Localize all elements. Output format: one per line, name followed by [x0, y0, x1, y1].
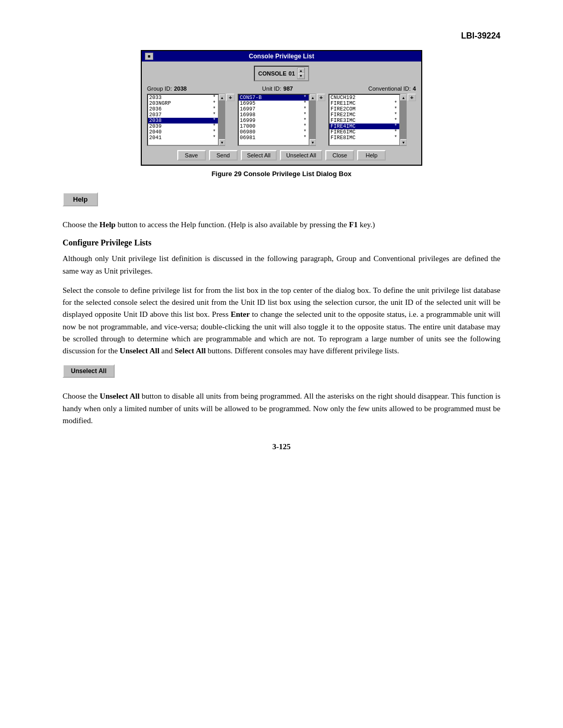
group-scroll-track — [219, 101, 225, 139]
dialog-wrapper: ■ Console Privilege List CONSOLE 01 ▲ ▼ — [63, 50, 500, 187]
console-spinner[interactable]: ▲ ▼ — [297, 68, 305, 79]
unselect-all-section: Unselect All — [63, 364, 500, 384]
group-list-row[interactable]: 2040* — [148, 129, 218, 135]
unit-scroll-track — [310, 101, 315, 139]
group-list-row[interactable]: 2037* — [148, 112, 218, 118]
help-para-bold: Help — [100, 220, 116, 229]
unselect-all-button-image[interactable]: Unselect All — [63, 364, 115, 378]
group-list-row[interactable]: 2041* — [148, 135, 218, 141]
conv-list-row[interactable]: FIRE2IMC* — [329, 112, 399, 118]
conventional-id-label: Conventional ID: — [369, 85, 411, 92]
help-para-f1: F1 — [349, 220, 358, 229]
conv-add-btn[interactable]: + — [408, 94, 416, 101]
unit-list-row[interactable]: 16999* — [239, 118, 309, 124]
dialog-titlebar-icon[interactable]: ■ — [145, 53, 153, 60]
unit-list-row[interactable]: 16995* — [239, 101, 309, 106]
group-list-row[interactable]: 2039* — [148, 124, 218, 129]
para2-and: and — [160, 347, 175, 355]
dialog-titlebar: ■ Console Privilege List — [142, 51, 421, 61]
unselect-all-button[interactable]: Unselect All — [280, 150, 322, 161]
unit-id-value: 987 — [284, 85, 293, 92]
dialog-box: ■ Console Privilege List CONSOLE 01 ▲ ▼ — [141, 50, 422, 166]
unit-list-row[interactable]: 06980* — [239, 129, 309, 135]
group-list-row[interactable]: 203NGRP* — [148, 101, 218, 106]
conv-list-box[interactable]: CNUCH192FIRE1IMC*FIRE2COM*FIRE2IMC*FIRE3… — [328, 94, 400, 146]
conventional-id-value: 4 — [413, 85, 416, 92]
para3-choose: Choose the — [63, 392, 100, 400]
group-list-panel: 2033*203NGRP*2036*2037*2038*2039*2040*20… — [147, 94, 235, 146]
unit-id-label: Unit ID: — [262, 85, 282, 92]
group-list-row[interactable]: 2036* — [148, 106, 218, 112]
select-all-button[interactable]: Select All — [241, 150, 277, 161]
group-scroll-up[interactable]: ▲ — [219, 94, 225, 101]
conv-list-with-scroll: CNUCH192FIRE1IMC*FIRE2COM*FIRE2IMC*FIRE3… — [328, 94, 407, 146]
conv-list-row[interactable]: FIRE1IMC* — [329, 101, 399, 106]
para3-unselect: Unselect All — [100, 392, 139, 400]
dialog-buttons: Save Send Select All Unselect All Close … — [147, 150, 416, 161]
console-value: 01 — [289, 70, 295, 77]
doc-number: LBI-39224 — [63, 31, 500, 41]
conventional-id-group: Conventional ID: 4 — [369, 85, 416, 92]
conv-list-row[interactable]: FIRE4IMC* — [329, 124, 399, 129]
conv-list-row[interactable]: FIRE8IMC* — [329, 135, 399, 141]
unit-list-row[interactable]: CONS7-B* — [239, 95, 309, 101]
page-number: 3-125 — [63, 442, 500, 451]
console-label: CONSOLE — [258, 70, 286, 77]
conv-list-row[interactable]: FIRE3IMC* — [329, 118, 399, 124]
dialog-body: CONSOLE 01 ▲ ▼ Group ID: 2038 — [142, 61, 421, 165]
section-heading: Configure Privilege Lists — [63, 238, 500, 248]
console-selector-row: CONSOLE 01 ▲ ▼ — [147, 66, 416, 81]
unit-list-with-scroll: CONS7-B*16995*16997*16998*16999*17000*06… — [238, 94, 316, 146]
conv-list-row[interactable]: FIRE6IMC* — [329, 129, 399, 135]
group-id-group: Group ID: 2038 — [147, 85, 187, 92]
group-list-box[interactable]: 2033*203NGRP*2036*2037*2038*2039*2040*20… — [147, 94, 219, 146]
unit-list-box[interactable]: CONS7-B*16995*16997*16998*16999*17000*06… — [238, 94, 310, 146]
para2-unselect: Unselect All — [120, 347, 160, 355]
group-id-value: 2038 — [174, 85, 187, 92]
unit-list-row[interactable]: 17000* — [239, 124, 309, 129]
unit-scroll-down[interactable]: ▼ — [310, 139, 316, 145]
conv-scroll-track — [401, 101, 406, 139]
unit-list-scrollbar[interactable]: ▲ ▼ — [310, 94, 316, 146]
group-list-row[interactable]: 2033* — [148, 95, 218, 101]
spin-up[interactable]: ▲ — [298, 68, 304, 73]
conv-list-scrollbar[interactable]: ▲ ▼ — [400, 94, 407, 146]
help-para-rest: button to access the Help function. (Hel… — [116, 220, 375, 229]
paragraph-3: Choose the Unselect All button to disabl… — [63, 390, 500, 427]
unit-list-row[interactable]: 16997* — [239, 106, 309, 112]
help-para-choose: Choose the — [63, 220, 100, 229]
group-scroll-down[interactable]: ▼ — [219, 139, 225, 145]
lists-container: 2033*203NGRP*2036*2037*2038*2039*2040*20… — [147, 94, 416, 146]
conv-scroll-up[interactable]: ▲ — [400, 94, 407, 101]
figure-caption-text: Figure 29 Console Privilege List Dialog … — [212, 170, 352, 178]
conv-list-row[interactable]: FIRE2COM* — [329, 106, 399, 112]
help-button-section: Help — [63, 192, 500, 213]
spin-down[interactable]: ▼ — [298, 73, 304, 79]
conv-list-row[interactable]: CNUCH192 — [329, 95, 399, 101]
help-paragraph: Choose the Help button to access the Hel… — [63, 219, 500, 231]
dialog-title: Console Privilege List — [153, 53, 410, 60]
send-button[interactable]: Send — [209, 150, 238, 161]
unit-list-row[interactable]: 06981* — [239, 135, 309, 141]
unit-list-panel: CONS7-B*16995*16997*16998*16999*17000*06… — [238, 94, 325, 146]
group-list-scrollbar[interactable]: ▲ ▼ — [219, 94, 225, 146]
group-add-btn[interactable]: + — [226, 94, 235, 101]
para2-enter: Enter — [230, 310, 250, 318]
console-selector[interactable]: CONSOLE 01 ▲ ▼ — [254, 66, 309, 81]
group-list-with-scroll: 2033*203NGRP*2036*2037*2038*2039*2040*20… — [147, 94, 225, 146]
conv-scroll-down[interactable]: ▼ — [400, 139, 407, 145]
ids-row: Group ID: 2038 Unit ID: 987 Conventional… — [147, 85, 416, 92]
close-button[interactable]: Close — [325, 150, 354, 161]
para2-end: buttons. Different consoles may have dif… — [206, 347, 399, 355]
unit-id-group: Unit ID: 987 — [262, 85, 293, 92]
conv-list-panel: CNUCH192FIRE1IMC*FIRE2COM*FIRE2IMC*FIRE3… — [328, 94, 416, 146]
paragraph-2: Select the console to define privilege l… — [63, 285, 500, 357]
save-button[interactable]: Save — [177, 150, 206, 161]
unit-scroll-up[interactable]: ▲ — [310, 94, 316, 101]
help-button-image[interactable]: Help — [63, 192, 98, 206]
group-list-row[interactable]: 2038* — [148, 118, 218, 124]
help-button-dialog[interactable]: Help — [357, 150, 386, 161]
unit-add-btn[interactable]: + — [317, 94, 325, 101]
unit-list-row[interactable]: 16998* — [239, 112, 309, 118]
group-id-label: Group ID: — [147, 85, 172, 92]
